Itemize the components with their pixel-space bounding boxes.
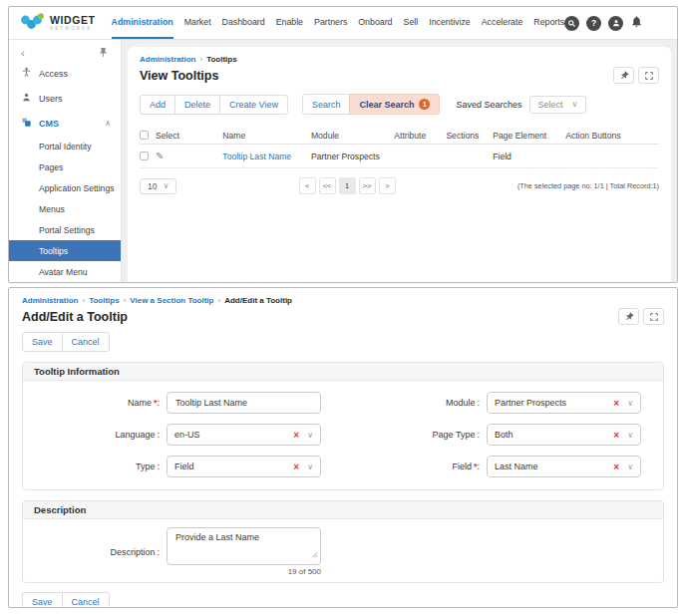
clear-search-button[interactable]: Clear Search 1	[349, 94, 440, 115]
chevron-down-icon[interactable]: ∨	[627, 462, 633, 471]
nav-sell[interactable]: Sell	[404, 7, 419, 39]
nav-reports[interactable]: Reports	[533, 7, 564, 39]
chevron-down-icon[interactable]: ∨	[307, 431, 313, 440]
description-textarea[interactable]: Provide a Last Name	[167, 527, 321, 565]
breadcrumb-administration[interactable]: Administration	[140, 55, 195, 64]
nav-onboard[interactable]: Onboard	[358, 7, 392, 39]
chevron-down-icon[interactable]: ∨	[627, 431, 633, 440]
pagination-last-button[interactable]: >>	[359, 177, 376, 194]
tooltip-information-section: Tooltip Information Name*: Module: Partn…	[22, 362, 664, 490]
brand-subtitle: NETWORKS	[50, 27, 96, 32]
pagination-page-1-button[interactable]: 1	[339, 177, 356, 194]
pin-page-button[interactable]	[613, 67, 634, 84]
breadcrumb-tooltips[interactable]: Tooltips	[89, 296, 120, 305]
cancel-button[interactable]: Cancel	[62, 332, 110, 352]
column-select: Select	[156, 131, 179, 141]
brand-logo: WIDGET NETWORKS	[21, 7, 96, 39]
char-counter: 19 of 500	[167, 567, 321, 576]
main-nav: Administration Market Dashboard Enable P…	[112, 7, 565, 39]
chevron-up-icon[interactable]: ∧	[105, 119, 111, 128]
sidebar-item-access[interactable]: Access	[9, 61, 121, 86]
breadcrumb: Administration › Tooltips	[140, 55, 659, 64]
nav-incentivize[interactable]: Incentivize	[429, 7, 471, 39]
user-account-icon[interactable]	[608, 16, 623, 31]
module-label: Module:	[343, 398, 480, 408]
cms-icon	[21, 117, 32, 130]
field-select[interactable]: Last Name × ∨	[487, 456, 641, 477]
help-icon[interactable]: ?	[586, 16, 601, 31]
chevron-down-icon: ∨	[163, 181, 169, 190]
sidebar-item-portal-identity[interactable]: Portal Identity	[9, 136, 121, 156]
sidebar-item-users[interactable]: Users	[9, 86, 121, 111]
clear-selection-icon[interactable]: ×	[293, 430, 299, 441]
nav-partners[interactable]: Partners	[314, 7, 347, 39]
breadcrumb-separator: ›	[199, 55, 202, 64]
pagination-first-button[interactable]: <<	[319, 177, 336, 194]
sidebar-item-application-settings[interactable]: Application Settings	[9, 177, 121, 198]
name-input[interactable]	[167, 392, 321, 414]
row-name-link[interactable]: Tooltip Last Name	[222, 152, 311, 161]
clear-selection-icon[interactable]: ×	[613, 398, 619, 409]
clear-selection-icon[interactable]: ×	[293, 462, 299, 472]
module-select[interactable]: Partner Prospects × ∨	[487, 392, 641, 414]
page-size-select[interactable]: 10 ∨	[140, 178, 176, 194]
field-type: Type: Field × ∨	[23, 456, 343, 477]
nav-enable[interactable]: Enable	[276, 7, 303, 39]
save-button[interactable]: Save	[22, 592, 63, 608]
search-icon[interactable]	[564, 16, 579, 31]
expand-fullscreen-button[interactable]	[638, 67, 659, 84]
nav-market[interactable]: Market	[184, 7, 211, 39]
create-view-button[interactable]: Create View	[219, 95, 288, 115]
add-button[interactable]: Add	[140, 95, 175, 115]
chevron-down-icon[interactable]: ∨	[627, 399, 633, 408]
breadcrumb-administration[interactable]: Administration	[22, 296, 78, 305]
chevron-down-icon: ∨	[572, 100, 578, 109]
column-action-buttons: Action Buttons	[565, 131, 659, 141]
breadcrumb-tooltips: Tooltips	[206, 55, 237, 64]
sidebar-item-menus[interactable]: Menus	[9, 198, 121, 219]
page-title: Add/Edit a Tooltip	[22, 310, 128, 324]
cancel-button[interactable]: Cancel	[62, 592, 110, 608]
search-button[interactable]: Search	[302, 94, 351, 115]
page-type-select[interactable]: Both × ∨	[487, 424, 641, 446]
sidebar-pin-icon[interactable]	[98, 44, 109, 62]
clear-selection-icon[interactable]: ×	[613, 462, 619, 472]
pagination-prev-button[interactable]: <	[299, 177, 316, 194]
type-select[interactable]: Field × ∨	[167, 456, 321, 477]
sidebar-collapse-icon[interactable]: ‹	[21, 47, 25, 59]
row-module: Partner Prospects	[311, 152, 394, 161]
sidebar-item-tooltips[interactable]: Tooltips	[9, 240, 121, 261]
language-select[interactable]: en-US × ∨	[167, 424, 321, 446]
select-all-checkbox[interactable]	[140, 131, 149, 140]
column-attribute: Attribute	[394, 131, 446, 141]
brand-name: WIDGET	[50, 15, 96, 26]
resize-handle-icon[interactable]	[311, 544, 318, 562]
tooltips-table: Select Name Module Attribute Sections Pa…	[140, 127, 659, 168]
column-name: Name	[222, 131, 311, 141]
row-checkbox[interactable]	[140, 152, 149, 160]
saved-searches-select[interactable]: Select ∨	[529, 96, 587, 114]
field-name: Name*:	[23, 392, 343, 414]
clear-selection-icon[interactable]: ×	[613, 430, 619, 441]
column-module: Module	[311, 131, 394, 141]
sidebar-item-cms[interactable]: CMS ∧	[9, 111, 121, 136]
breadcrumb-view-section-tooltip[interactable]: View a Section Tooltip	[130, 296, 213, 305]
edit-pencil-icon[interactable]: ✎	[156, 151, 164, 161]
sidebar-item-avatar-menu[interactable]: Avatar Menu	[9, 261, 121, 282]
nav-dashboard[interactable]: Dashboard	[222, 7, 265, 39]
nav-administration[interactable]: Administration	[112, 7, 173, 39]
sidebar-item-pages[interactable]: Pages	[9, 156, 121, 177]
field-description: Description: Provide a Last Name 19 of 5…	[23, 527, 343, 576]
row-page-element: Field	[493, 152, 565, 161]
delete-button[interactable]: Delete	[174, 95, 220, 115]
chevron-down-icon[interactable]: ∨	[307, 462, 313, 471]
notifications-bell-icon[interactable]	[630, 14, 643, 32]
nav-accelerate[interactable]: Accelerate	[482, 7, 523, 39]
toolbar: Add Delete Create View Search Clear Sear…	[140, 94, 659, 115]
sidebar-item-portal-settings[interactable]: Portal Settings	[9, 219, 121, 240]
save-button[interactable]: Save	[22, 332, 63, 352]
field-module: Module: Partner Prospects × ∨	[343, 392, 663, 414]
pin-page-button[interactable]	[618, 308, 639, 325]
pagination-next-button[interactable]: >	[379, 177, 396, 194]
expand-fullscreen-button[interactable]	[643, 308, 664, 325]
